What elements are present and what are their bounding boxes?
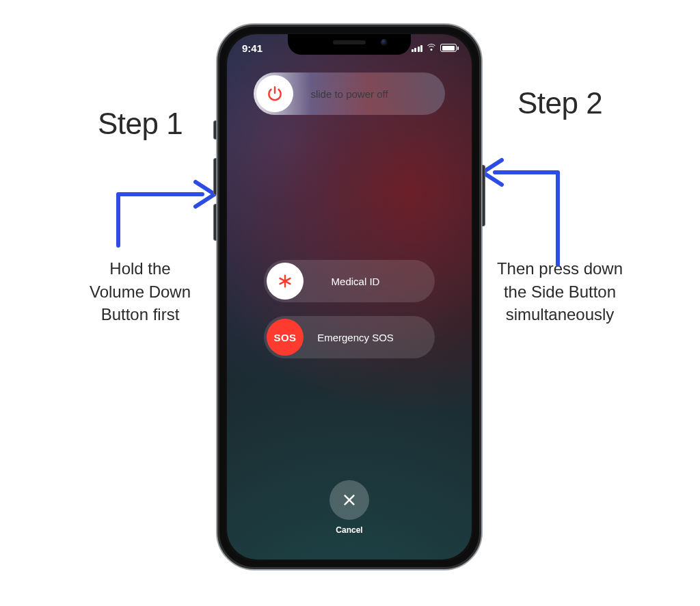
power-off-handle[interactable]: [256, 75, 293, 112]
emergency-sos-handle[interactable]: SOS: [267, 319, 304, 356]
wifi-icon: [426, 44, 437, 52]
step-1-body: Hold theVolume DownButton first: [68, 257, 212, 326]
status-time: 9:41: [242, 42, 262, 54]
side-button[interactable]: [482, 165, 485, 226]
cancel-button[interactable]: [329, 480, 369, 520]
battery-icon: [440, 44, 457, 52]
status-indicators: [412, 44, 457, 52]
step-2-title: Step 2: [481, 86, 638, 120]
cancel-label: Cancel: [329, 525, 369, 535]
power-off-slider[interactable]: slide to power off: [254, 73, 445, 115]
iphone-frame: 9:41 slide to power off: [216, 23, 483, 570]
phone-screen: 9:41 slide to power off: [227, 34, 472, 559]
speaker-grille: [333, 40, 366, 44]
volume-down-button[interactable]: [213, 204, 217, 241]
medical-id-handle[interactable]: [267, 263, 304, 300]
power-icon: [266, 85, 284, 103]
medical-id-slider[interactable]: Medical ID: [264, 260, 435, 302]
notch: [288, 34, 411, 55]
close-icon: [342, 492, 357, 508]
front-camera-icon: [381, 39, 388, 46]
volume-up-button[interactable]: [213, 158, 217, 195]
mute-switch[interactable]: [213, 120, 217, 140]
arrow-right-icon: [474, 131, 563, 268]
emergency-sos-slider[interactable]: SOS Emergency SOS: [264, 316, 435, 358]
sos-icon: SOS: [273, 332, 296, 343]
cellular-signal-icon: [412, 44, 423, 52]
step-1-title: Step 1: [68, 107, 212, 141]
cancel-area: Cancel: [329, 480, 369, 535]
asterisk-icon: [278, 274, 293, 289]
